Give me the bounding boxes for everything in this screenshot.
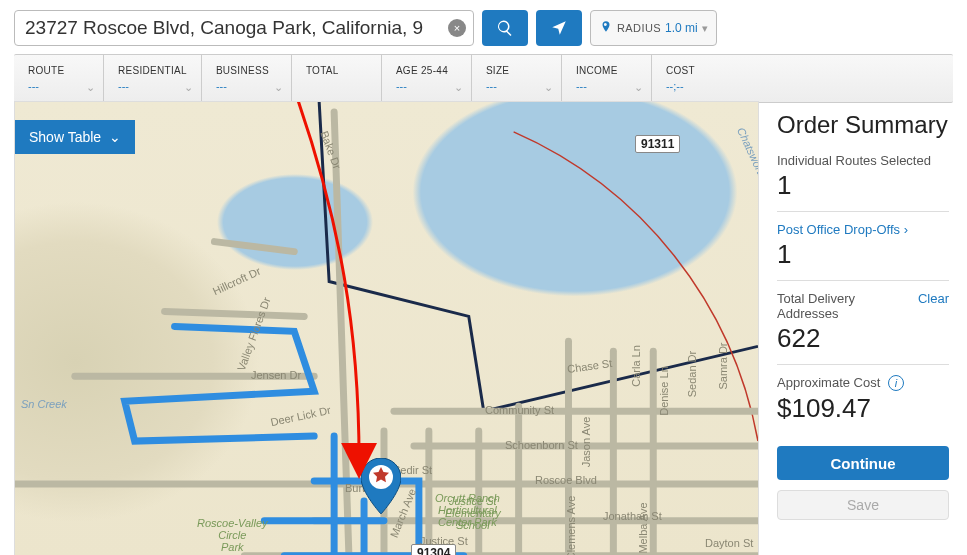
street-label: Carla Ln	[630, 345, 642, 387]
info-icon[interactable]: i	[888, 375, 904, 391]
filter-val: ---	[576, 80, 637, 92]
filter-head: TOTAL	[306, 65, 367, 76]
chevron-down-icon: ⌄	[86, 81, 95, 94]
show-table-label: Show Table	[29, 129, 101, 145]
zip-label: 91311	[635, 135, 680, 153]
street-label: Jensen Dr	[251, 369, 301, 381]
filter-size[interactable]: SIZE --- ⌄	[472, 55, 562, 102]
street-label: Dayton St	[705, 537, 753, 549]
total-addresses-label: Total Delivery Addresses	[777, 291, 918, 321]
radius-label: RADIUS	[617, 22, 661, 34]
address-search-input[interactable]	[14, 10, 474, 46]
chevron-down-icon: ⌄	[454, 81, 463, 94]
pin-icon	[599, 18, 613, 39]
street-label: Roscoe Blvd	[535, 474, 597, 486]
filter-cost[interactable]: COST --;--	[652, 55, 953, 102]
radius-selector[interactable]: RADIUS 1.0 mi ▾	[590, 10, 717, 46]
order-summary-panel: Order Summary Individual Routes Selected…	[759, 103, 967, 555]
map-center-pin-icon	[361, 458, 401, 517]
street-label: Denise Ln	[658, 366, 670, 416]
street-label: Clemens Ave	[565, 496, 577, 555]
street-label: Community St	[485, 404, 554, 416]
chevron-down-icon: ▾	[702, 22, 708, 35]
total-addresses-value: 622	[777, 323, 949, 354]
save-button[interactable]: Save	[777, 490, 949, 520]
filter-age[interactable]: AGE 25-44 --- ⌄	[382, 55, 472, 102]
search-icon	[496, 19, 514, 37]
filter-business[interactable]: BUSINESS --- ⌄	[202, 55, 292, 102]
street-label: Jonathan St	[603, 510, 662, 522]
filter-route[interactable]: ROUTE --- ⌄	[14, 55, 104, 102]
navigate-icon	[550, 19, 568, 37]
approx-cost-value: $109.47	[777, 393, 949, 424]
street-label: Melba Ave	[637, 502, 649, 553]
filter-head: ROUTE	[28, 65, 89, 76]
park-label: Orcutt Ranch Horticultural Center Park	[435, 492, 500, 528]
street-label: Schoenborn St	[505, 439, 578, 451]
clear-search-icon[interactable]: ×	[448, 19, 466, 37]
filter-val: ---	[118, 80, 187, 92]
map-canvas[interactable]: 91311 91304 Justice St Elementary School…	[14, 101, 759, 555]
filter-head: AGE 25-44	[396, 65, 457, 76]
chevron-down-icon: ⌄	[544, 81, 553, 94]
street-label: Justice St	[420, 535, 468, 547]
filter-head: BUSINESS	[216, 65, 277, 76]
filter-head: INCOME	[576, 65, 637, 76]
filter-val: --;--	[666, 80, 939, 92]
chevron-down-icon: ⌄	[109, 129, 121, 145]
filter-total[interactable]: TOTAL	[292, 55, 382, 102]
chevron-down-icon: ⌄	[184, 81, 193, 94]
filter-val: ---	[216, 80, 277, 92]
chevron-down-icon: ⌄	[634, 81, 643, 94]
divider	[777, 280, 949, 281]
filter-strip: ROUTE --- ⌄ RESIDENTIAL --- ⌄ BUSINESS -…	[14, 54, 953, 103]
summary-title: Order Summary	[777, 111, 949, 139]
filter-head: RESIDENTIAL	[118, 65, 187, 76]
filter-head: COST	[666, 65, 939, 76]
street-label: Samra Dr	[717, 342, 729, 389]
show-table-button[interactable]: Show Table ⌄	[15, 120, 135, 154]
divider	[777, 211, 949, 212]
search-button[interactable]	[482, 10, 528, 46]
radius-value: 1.0 mi	[665, 21, 698, 35]
filter-val: ---	[28, 80, 89, 92]
filter-val: ---	[486, 80, 547, 92]
dropoffs-link[interactable]: Post Office Drop-Offs ›	[777, 222, 949, 237]
routes-selected-label: Individual Routes Selected	[777, 153, 949, 168]
street-label: Sedan Dr	[686, 351, 698, 397]
creek-label: Sn Creek	[21, 398, 67, 410]
continue-button[interactable]: Continue	[777, 446, 949, 480]
clear-link[interactable]: Clear	[918, 291, 949, 306]
dropoffs-value: 1	[777, 239, 949, 270]
locate-button[interactable]	[536, 10, 582, 46]
filter-head: SIZE	[486, 65, 547, 76]
routes-selected-value: 1	[777, 170, 949, 201]
street-label: Jason Ave	[580, 417, 592, 468]
approx-cost-label: Approximate Cost	[777, 375, 880, 390]
filter-income[interactable]: INCOME --- ⌄	[562, 55, 652, 102]
park-label: Roscoe-Valley Circle Park	[197, 517, 268, 553]
filter-val: ---	[396, 80, 457, 92]
chevron-down-icon: ⌄	[274, 81, 283, 94]
divider	[777, 364, 949, 365]
filter-residential[interactable]: RESIDENTIAL --- ⌄	[104, 55, 202, 102]
